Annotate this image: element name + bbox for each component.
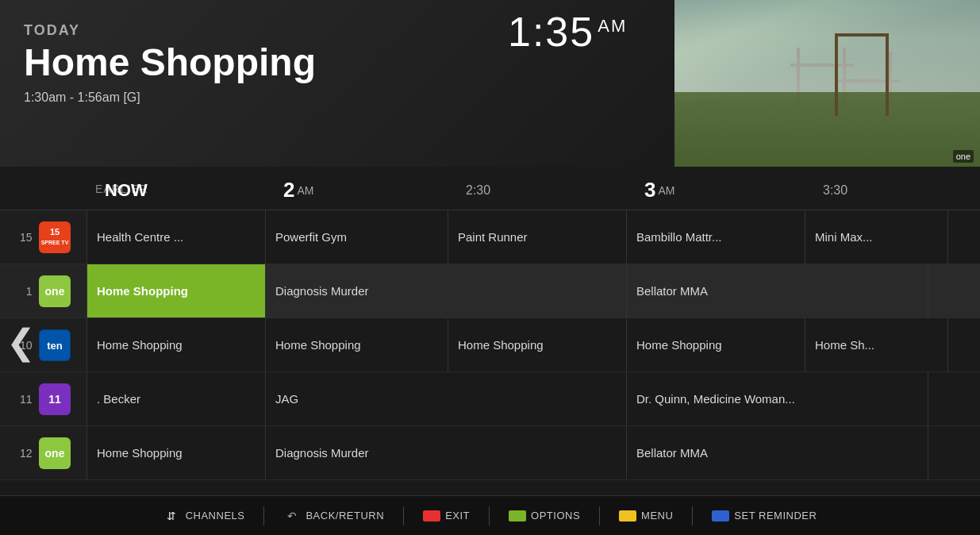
program-cell[interactable]: Bellator MMA [627,264,928,318]
programs-1: Home Shopping Diagnosis Murder Bellator … [87,264,980,318]
clock-time: 1:35 [508,9,594,55]
channel-info-1: 1 one [0,264,87,318]
program-cell[interactable]: Home Shopping [627,318,805,371]
channel-logo-12: one [39,437,71,469]
divider [403,506,404,525]
program-cell[interactable]: Home Sh... [805,318,948,371]
time-header: EARLIER NOW 2AM 2:30 3AM 3:30 [0,171,980,210]
channels-label: CHANNELS [186,510,245,522]
channels-button[interactable]: ⇵ CHANNELS [163,510,245,522]
time-2am: 2AM [274,178,456,202]
svg-text:one: one [44,447,64,460]
menu-label: MENU [641,510,673,522]
program-cell[interactable]: Home Shopping [87,318,266,371]
channel-logo-15: 15 SPREE TV [39,221,71,253]
divider [599,506,600,525]
channel-info-12: 12 one [0,426,87,479]
reminder-button[interactable]: SET REMINDER [712,510,817,522]
options-button[interactable]: OPTIONS [509,510,580,522]
video-channel-logo: one [953,150,974,163]
green-button-icon [509,510,526,522]
program-cell[interactable]: Bambillo Mattr... [627,210,805,264]
channel-info-15: 15 15 SPREE TV [0,210,87,264]
left-arrow[interactable]: ❮ [6,321,36,362]
program-cell-highlighted[interactable]: Home Shopping [87,264,266,318]
program-cell[interactable]: Mini Max... [805,210,948,264]
yellow-button-icon [619,510,636,522]
programs-12: Home Shopping Diagnosis Murder Bellator … [87,426,980,479]
program-cell[interactable]: Home Shopping [266,318,448,371]
program-cell[interactable]: Paint Runner [448,210,627,264]
bottom-bar: ⇵ CHANNELS ↶ BACK/RETURN EXIT OPTIONS ME… [0,495,980,535]
programs-15: Health Centre ... Powerfit Gym Paint Run… [87,210,980,264]
channel-num-1: 1 [17,285,33,298]
channel-info-11: 11 11 [0,372,87,425]
epg-container: EARLIER NOW 2AM 2:30 3AM 3:30 15 [0,171,980,495]
clock: 1:35AM [508,8,627,56]
programs-11: . Becker JAG Dr. Quinn, Medicine Woman..… [87,372,980,425]
channel-logo-10: ten [39,329,71,361]
program-cell[interactable]: Bellator MMA [627,426,928,479]
divider [692,506,693,525]
svg-text:15: 15 [49,227,59,237]
time-3am: 3AM [635,178,813,202]
red-button-icon [423,510,440,522]
channel-row-1[interactable]: 1 one Home Shopping Diagnosis Murder Bel… [0,264,980,318]
channel-row-12[interactable]: 12 one Home Shopping Diagnosis Murder Be… [0,426,980,480]
channel-num-11: 11 [17,393,33,406]
channel-rows: 15 15 SPREE TV Health Centre ... Powerfi… [0,210,980,480]
channel-row-15[interactable]: 15 15 SPREE TV Health Centre ... Powerfi… [0,210,980,264]
channel-num-12: 12 [17,447,33,460]
back-icon: ↶ [283,510,301,522]
blue-button-icon [712,510,729,522]
time-330: 3:30 [813,183,932,198]
svg-text:one: one [44,285,64,298]
program-cell[interactable]: Home Shopping [87,426,266,479]
time-range: 1:30am - 1:56am [G] [24,90,651,105]
divider [489,506,490,525]
time-columns: NOW 2AM 2:30 3AM 3:30 [95,171,980,210]
program-cell[interactable]: Diagnosis Murder [266,264,627,318]
exit-label: EXIT [445,510,470,522]
clock-ampm: AM [598,16,627,36]
svg-text:11: 11 [48,393,61,406]
channel-num-15: 15 [17,231,33,244]
channel-logo-11: 11 [39,383,71,415]
video-thumbnail: one [674,0,980,167]
svg-text:SPREE TV: SPREE TV [40,240,68,245]
time-now: NOW [95,180,274,201]
reminder-label: SET REMINDER [734,510,817,522]
back-button[interactable]: ↶ BACK/RETURN [283,510,384,522]
program-cell[interactable]: Dr. Quinn, Medicine Woman... [627,372,928,425]
channels-icon: ⇵ [163,510,181,522]
program-cell[interactable]: Powerfit Gym [266,210,448,264]
program-cell[interactable]: Diagnosis Murder [266,426,627,479]
channel-logo-1: one [39,275,71,307]
back-label: BACK/RETURN [306,510,384,522]
video-frame [674,0,980,167]
program-cell[interactable]: Home Shopping [448,318,627,371]
program-cell[interactable]: JAG [266,372,627,425]
channel-row-11[interactable]: 11 11 . Becker JAG Dr. Quinn, Medicine W… [0,372,980,426]
programs-10: Home Shopping Home Shopping Home Shoppin… [87,318,980,371]
channel-row-10[interactable]: 10 ten Home Shopping Home Shopping Home … [0,318,980,372]
exit-button[interactable]: EXIT [423,510,470,522]
svg-text:ten: ten [47,340,63,352]
program-cell[interactable]: Health Centre ... [87,210,266,264]
options-label: OPTIONS [531,510,580,522]
time-230: 2:30 [456,183,635,198]
divider [263,506,264,525]
program-cell[interactable]: . Becker [87,372,266,425]
menu-button[interactable]: MENU [619,510,673,522]
